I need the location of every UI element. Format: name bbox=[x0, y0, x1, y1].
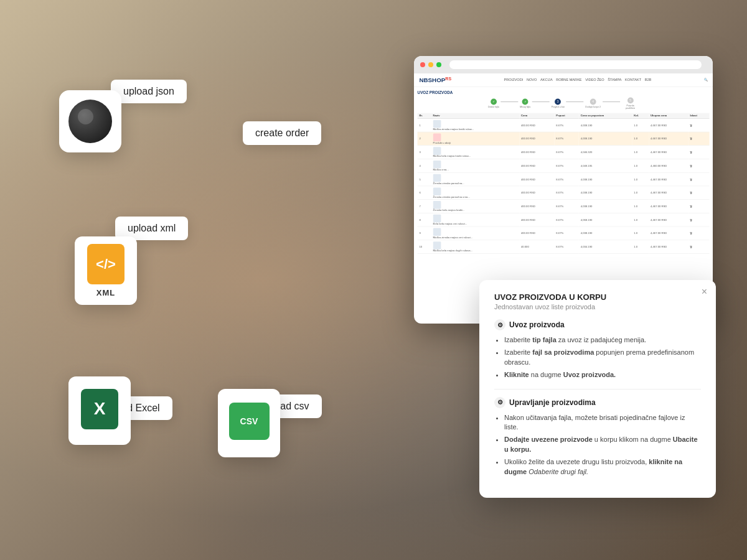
step-4: 4 Dodajte korpe 2 bbox=[585, 98, 601, 108]
table-row: 8 Bela bela majica crni rukavi... 400.00… bbox=[418, 213, 710, 226]
section1-title: ⚙ Uvoz proizvoda bbox=[494, 319, 701, 330]
csv-icon-symbol: CSV bbox=[229, 403, 270, 440]
list-item: Ukoliko želite da uvezete drugu listu pr… bbox=[504, 457, 701, 477]
json-circle-icon bbox=[68, 100, 112, 143]
list-item: Izaberite tip fajla za uvoz iz padajućeg… bbox=[504, 335, 701, 345]
browser-dot-minimize[interactable] bbox=[428, 62, 433, 67]
step-1: ✓ Odabir fajla bbox=[488, 98, 499, 108]
section2-title: ⚙ Upravljanje proizvodima bbox=[494, 397, 701, 408]
progress-line-3 bbox=[566, 101, 583, 102]
table-row: 1 Muška zimska majica kratki rukav... 40… bbox=[418, 118, 710, 132]
create-order-label: create order bbox=[243, 121, 321, 145]
page-title: UVOZ PROIZVODA bbox=[418, 90, 710, 95]
table-row: 2 Produkt u akciji 400.00 RSD 8.67% 4,00… bbox=[418, 132, 710, 146]
browser-dot-close[interactable] bbox=[420, 62, 425, 67]
xml-icon-symbol: </> bbox=[87, 244, 125, 284]
nbshop-logo: NBSHOPRS bbox=[419, 76, 451, 83]
modal-subtitle: Jednostavan uvoz liste proizvoda bbox=[494, 303, 701, 310]
table-row: 7 Ženska bela majica kratki... 400.00 RS… bbox=[418, 199, 710, 213]
products-table: Br. Naziv Cena Popust Cena sa popustom K… bbox=[418, 113, 710, 253]
browser-chrome bbox=[414, 56, 713, 73]
list-item: Izaberite fajl sa proizvodima popunjen p… bbox=[504, 348, 701, 367]
progress-line-1 bbox=[501, 101, 519, 102]
step-5: 5 Potvrda prudžbine bbox=[622, 97, 639, 110]
progress-line-2 bbox=[532, 101, 550, 102]
json-file-icon[interactable] bbox=[59, 90, 121, 152]
step-2: ✓ Mesaj fajla bbox=[520, 98, 530, 108]
list-item: Dodajte uvezene proizvode u korpu klikom… bbox=[504, 435, 701, 454]
xml-icon-label: XML bbox=[96, 288, 115, 297]
table-row: 5 Ženska zimska pamučna... 400.00 RSD 8.… bbox=[418, 172, 710, 186]
table-row: 3 Muška bela majica kratki rukav... 400.… bbox=[418, 146, 710, 159]
step-3: 3 Pregled u listi bbox=[552, 98, 565, 108]
browser-dot-maximize[interactable] bbox=[436, 62, 441, 67]
upload-json-label: upload json bbox=[111, 80, 187, 103]
table-row: 6 Ženska zimska pamučna crna... 400.00 R… bbox=[418, 186, 710, 200]
main-container: upload json create order upload xml </> … bbox=[0, 0, 747, 560]
csv-file-icon[interactable]: CSV bbox=[218, 389, 280, 457]
list-item: Nakon učitavanja fajla, možete brisati p… bbox=[504, 413, 701, 432]
excel-icon-symbol: X bbox=[81, 389, 118, 429]
modal-close-button[interactable]: × bbox=[702, 286, 707, 297]
table-row: 4 Muška crna... 400.00 RSD 8.67% 4,049.1… bbox=[418, 159, 710, 172]
import-modal: × UVOZ PROIZVODA U KORPU Jednostavan uvo… bbox=[479, 280, 716, 498]
progress-line-4 bbox=[603, 101, 620, 102]
modal-title: UVOZ PROIZVODA U KORPU bbox=[494, 292, 701, 302]
section2-icon: ⚙ bbox=[494, 397, 505, 408]
xml-file-icon[interactable]: </> XML bbox=[75, 236, 137, 305]
list-item: Kliknite na dugme Uvoz proizvoda. bbox=[504, 370, 701, 380]
nbshop-navigation: PROIZVODI NOVO AKCIJA ROBNE MARKE VIDEO … bbox=[504, 78, 652, 82]
section2-list: Nakon učitavanja fajla, možete brisati p… bbox=[494, 413, 701, 477]
nbshop-search: 🔍 bbox=[704, 78, 708, 82]
modal-divider bbox=[494, 389, 701, 390]
section1-list: Izaberite tip fajla za uvoz iz padajućeg… bbox=[494, 335, 701, 380]
nbshop-header: NBSHOPRS PROIZVODI NOVO AKCIJA ROBNE MAR… bbox=[414, 73, 713, 86]
table-row: 10 Muška bela majica dugih rukava... 40.… bbox=[418, 240, 710, 254]
browser-addressbar[interactable] bbox=[449, 60, 702, 69]
nbshop-main-content: UVOZ PROIZVODA ✓ Odabir fajla ✓ Mesaj fa… bbox=[414, 86, 713, 257]
section1-icon: ⚙ bbox=[494, 319, 505, 330]
progress-steps: ✓ Odabir fajla ✓ Mesaj fajla 3 Pregled u… bbox=[418, 97, 710, 110]
excel-file-icon[interactable]: X bbox=[68, 376, 131, 445]
table-row: 9 Muška zimska majica crni rukavi... 400… bbox=[418, 226, 710, 240]
